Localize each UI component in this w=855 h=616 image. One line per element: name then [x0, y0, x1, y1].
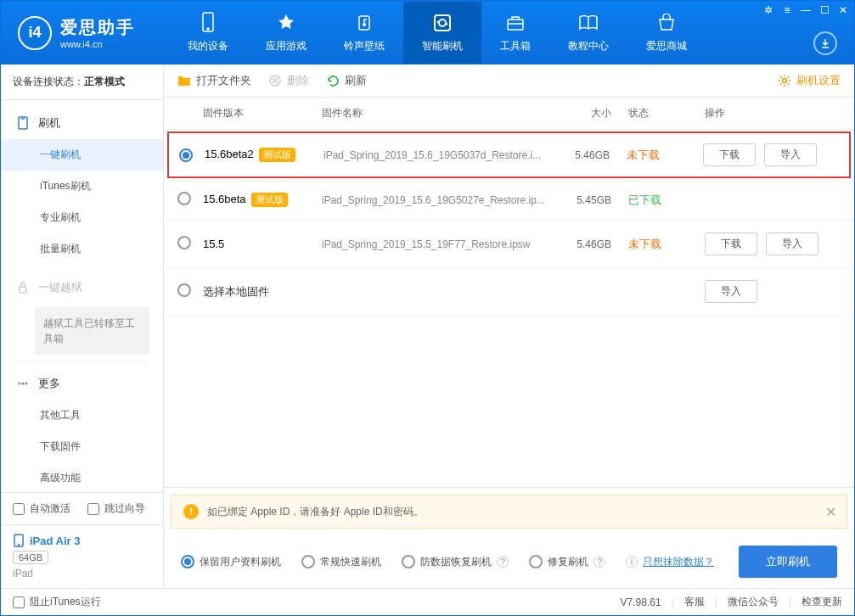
col-size: 大小 — [560, 106, 628, 120]
window-controls: ✲ ≡ — ☐ ✕ — [762, 4, 849, 16]
opt-repair[interactable]: 修复刷机? — [529, 555, 605, 569]
download-indicator[interactable] — [813, 31, 837, 55]
app-header: i4 爱思助手 www.i4.cn 我的设备 应用游戏 铃声壁纸 智能刷机 工具… — [1, 1, 854, 64]
skip-guide-checkbox[interactable] — [87, 503, 99, 515]
phone-icon — [16, 116, 30, 130]
close-icon[interactable]: ✕ — [837, 4, 849, 16]
logo-area: i4 爱思助手 www.i4.cn — [1, 16, 152, 50]
import-button[interactable]: 导入 — [705, 280, 757, 303]
flash-settings-button[interactable]: 刷机设置 — [778, 73, 841, 88]
store-icon — [655, 12, 678, 34]
sidebar-flash-group[interactable]: 刷机 — [1, 107, 163, 139]
sidebar-item-download-fw[interactable]: 下载固件 — [1, 431, 163, 462]
col-action: 操作 — [705, 106, 841, 120]
nav-ringtones[interactable]: 铃声壁纸 — [325, 2, 403, 64]
nav-my-device[interactable]: 我的设备 — [169, 2, 247, 64]
download-button[interactable]: 下载 — [703, 143, 756, 166]
footer: 阻止iTunes运行 V7.98.61 | 客服 | 微信公众号 | 检查更新 — [1, 588, 854, 615]
info-icon: i — [626, 556, 638, 568]
svg-point-10 — [25, 383, 28, 385]
erase-link[interactable]: i只想抹除数据？ — [626, 555, 714, 569]
delete-icon — [268, 74, 282, 87]
check-update-link[interactable]: 检查更新 — [802, 595, 842, 609]
folder-icon — [177, 74, 191, 87]
radio[interactable] — [177, 283, 191, 297]
device-type: iPad — [13, 568, 151, 580]
main-content: 打开文件夹 删除 刷新 刷机设置 固件版本 固件名称 大小 状态 操作 — [164, 64, 854, 588]
sidebar-more-group[interactable]: 更多 — [1, 367, 163, 400]
bottom-panel: ! 如已绑定 Apple ID，请准备好 Apple ID和密码。 ✕ 保留用户… — [164, 487, 854, 588]
flash-options: 保留用户资料刷机 常规快速刷机 防数据恢复刷机? 修复刷机? i只想抹除数据？ … — [164, 535, 854, 588]
music-icon — [353, 12, 375, 34]
tablet-icon — [13, 534, 25, 547]
book-icon — [577, 12, 599, 34]
sidebar-item-other-tools[interactable]: 其他工具 — [1, 400, 163, 431]
svg-rect-5 — [508, 20, 523, 30]
menu-icon[interactable]: ≡ — [781, 4, 793, 16]
block-itunes-option[interactable]: 阻止iTunes运行 — [13, 595, 101, 609]
sidebar-item-oneclick[interactable]: 一键刷机 — [1, 139, 163, 171]
opt-normal[interactable]: 常规快速刷机 — [301, 555, 381, 569]
svg-point-14 — [783, 79, 787, 83]
firmware-row[interactable]: 15.6beta2测试版 iPad_Spring_2019_15.6_19G50… — [167, 132, 851, 178]
close-warning-button[interactable]: ✕ — [825, 504, 836, 520]
gear-icon — [778, 74, 791, 87]
connection-status: 设备连接状态：正常模式 — [1, 64, 163, 100]
app-url: www.i4.cn — [60, 39, 135, 49]
sidebar: 设备连接状态：正常模式 刷机 一键刷机 iTunes刷机 专业刷机 批量刷机 一… — [1, 64, 164, 588]
device-icon — [197, 12, 219, 34]
nav-toolbox[interactable]: 工具箱 — [481, 2, 549, 64]
sidebar-item-advanced[interactable]: 高级功能 — [1, 462, 163, 492]
app-title: 爱思助手 — [60, 16, 135, 39]
minimize-icon[interactable]: — — [800, 4, 812, 16]
beta-badge: 测试版 — [259, 148, 295, 162]
customer-service-link[interactable]: 客服 — [684, 595, 705, 609]
import-button[interactable]: 导入 — [766, 232, 818, 255]
toolbox-icon — [504, 12, 526, 34]
help-icon[interactable]: ? — [497, 556, 509, 568]
device-info[interactable]: iPad Air 3 64GB iPad — [1, 524, 163, 588]
nav-tutorials[interactable]: 教程中心 — [549, 2, 627, 64]
sidebar-item-pro[interactable]: 专业刷机 — [1, 202, 163, 233]
beta-badge: 测试版 — [251, 193, 288, 207]
firmware-row[interactable]: 15.5 iPad_Spring_2019_15.5_19F77_Restore… — [164, 221, 854, 268]
import-button[interactable]: 导入 — [764, 143, 817, 166]
toolbar: 打开文件夹 删除 刷新 刷机设置 — [164, 64, 854, 98]
block-itunes-checkbox[interactable] — [13, 596, 25, 608]
version-label: V7.98.61 — [621, 596, 661, 608]
delete-button: 删除 — [268, 73, 309, 88]
divider — [16, 361, 148, 362]
app-logo-icon: i4 — [18, 16, 52, 50]
firmware-row[interactable]: 15.6beta测试版 iPad_Spring_2019_15.6_19G502… — [164, 180, 854, 221]
main-nav: 我的设备 应用游戏 铃声壁纸 智能刷机 工具箱 教程中心 爱思商城 — [169, 2, 706, 64]
download-button[interactable]: 下载 — [705, 232, 757, 255]
opt-anti-recovery[interactable]: 防数据恢复刷机? — [402, 555, 509, 569]
col-version: 固件版本 — [203, 106, 322, 120]
firmware-row-local[interactable]: 选择本地固件 导入 — [164, 268, 854, 316]
radio[interactable] — [177, 236, 191, 249]
sidebar-item-batch[interactable]: 批量刷机 — [1, 233, 163, 265]
svg-point-8 — [19, 383, 21, 385]
opt-keep-data[interactable]: 保留用户资料刷机 — [181, 555, 281, 569]
settings-icon[interactable]: ✲ — [762, 4, 774, 16]
nav-flash[interactable]: 智能刷机 — [403, 2, 481, 64]
flash-now-button[interactable]: 立即刷机 — [739, 546, 837, 578]
nav-store[interactable]: 爱思商城 — [627, 2, 706, 64]
wechat-link[interactable]: 微信公众号 — [728, 595, 779, 609]
help-icon[interactable]: ? — [593, 556, 605, 568]
sidebar-item-itunes[interactable]: iTunes刷机 — [1, 171, 163, 202]
refresh-icon — [326, 74, 340, 87]
nav-apps[interactable]: 应用游戏 — [247, 2, 325, 64]
jailbreak-note: 越狱工具已转移至工具箱 — [35, 307, 149, 355]
radio[interactable] — [177, 192, 191, 205]
sidebar-jailbreak-group: 一键越狱 — [1, 272, 163, 304]
svg-point-9 — [22, 383, 25, 385]
col-name: 固件名称 — [322, 106, 560, 120]
open-folder-button[interactable]: 打开文件夹 — [177, 73, 251, 88]
refresh-button[interactable]: 刷新 — [326, 73, 367, 88]
svg-rect-4 — [435, 15, 450, 31]
radio-selected[interactable] — [179, 148, 193, 162]
maximize-icon[interactable]: ☐ — [818, 4, 830, 16]
more-icon — [16, 377, 30, 390]
auto-activate-checkbox[interactable] — [13, 503, 25, 515]
